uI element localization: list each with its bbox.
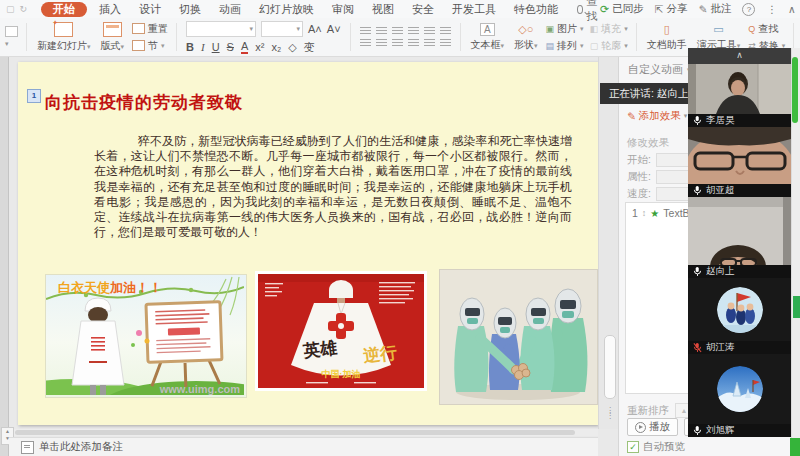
subscript-button[interactable]: x₂ — [271, 41, 281, 53]
tab-features[interactable]: 特色功能 — [505, 0, 567, 18]
align-text-icon[interactable] — [440, 39, 451, 47]
ribbon-toolbar: ▾ ✦ 新建幻灯片▾ 版式▾ 重置 节▾ ▾ ▾ A˄ — [0, 18, 800, 57]
video-tile-1[interactable] — [688, 64, 791, 114]
reset-icon — [132, 23, 145, 34]
edge-widget-tab[interactable] — [793, 296, 800, 318]
superscript-button[interactable]: x² — [255, 41, 264, 53]
undo-icon[interactable]: ↻ — [20, 4, 28, 14]
share-button[interactable]: ⇱ 分享 — [655, 2, 688, 16]
mouse-trigger-icon: ↕ — [642, 208, 647, 218]
new-slide-icon: ✦ — [54, 22, 73, 37]
tab-animation[interactable]: 动画 — [210, 0, 250, 18]
poster-hero-retrograde[interactable]: 英雄 逆行 中国·加油 — [255, 271, 427, 391]
meeting-scroll-indicator[interactable] — [792, 57, 798, 123]
sync-icon: ⟳ — [600, 3, 609, 16]
outline-button[interactable]: ▢ 轮廓▾ — [590, 39, 628, 53]
doc-assistant-icon: ▯ — [664, 23, 670, 36]
underline-button[interactable]: U — [212, 41, 220, 53]
tab-security[interactable]: 安全 — [403, 0, 443, 18]
participant-label-1: 李居昊 — [688, 114, 791, 127]
comment-icon: ✎ — [699, 3, 708, 15]
participant2-video — [688, 127, 791, 184]
tab-slideshow[interactable]: 幻灯片放映 — [250, 0, 323, 18]
poster-angel-in-white[interactable]: 白衣天使加油！！ www.uimg.com — [45, 274, 247, 398]
paste-button[interactable]: ▾ — [5, 26, 18, 48]
tab-home[interactable]: 开始 — [41, 2, 87, 17]
clear-format-button[interactable]: ◇ — [288, 41, 296, 53]
increase-font-button[interactable]: A˄ — [308, 23, 322, 35]
bold-button[interactable]: B — [186, 41, 194, 53]
poster2-subtitle: 中国·加油 — [322, 369, 361, 379]
italic-button[interactable]: I — [201, 41, 205, 53]
present-tools-icon: ▭ — [713, 23, 723, 36]
help-icon[interactable]: ? — [742, 3, 755, 16]
doc-assistant-button[interactable]: ▯ 文档助手 — [642, 23, 692, 52]
vertical-scrollbar-track[interactable]: ⋮⋮ — [598, 56, 619, 429]
collapse-videos-button[interactable]: ∧ — [688, 48, 791, 64]
bullets-icon[interactable] — [360, 27, 371, 35]
sync-status[interactable]: ⟳ 已同步 — [600, 2, 644, 16]
indent-increase-icon[interactable] — [408, 27, 419, 35]
horizontal-scrollbar-track[interactable] — [12, 429, 598, 436]
decrease-font-button[interactable]: A˅ — [327, 23, 341, 35]
more-icon[interactable]: ⋮ — [766, 3, 777, 15]
slide-canvas[interactable]: 1 向抗击疫情的劳动者致敬 猝不及防，新型冠状病毒已经威胁到了人们的生活和健康，… — [18, 62, 598, 425]
numbering-icon[interactable] — [376, 27, 387, 35]
align-left-icon[interactable] — [360, 39, 371, 47]
notes-icon — [21, 441, 34, 454]
animation-panel-title[interactable]: 自定义动画▾ — [628, 62, 691, 77]
mic-icon — [693, 266, 702, 277]
slide-thumbnail-panel-collapsed[interactable] — [0, 56, 9, 456]
change-case-button[interactable]: 变 — [304, 41, 315, 53]
auto-preview-checkbox[interactable]: ✓ — [627, 441, 639, 453]
poster-medical-team[interactable] — [439, 269, 598, 405]
participant-label-2: 胡亚超 — [688, 184, 791, 197]
layout-button[interactable]: 版式▾ — [96, 22, 130, 53]
video-tile-4[interactable] — [688, 278, 791, 341]
find-button[interactable]: Q 查找 — [748, 22, 785, 36]
columns-icon[interactable] — [424, 39, 435, 47]
tab-view[interactable]: 视图 — [363, 0, 403, 18]
reset-button[interactable]: 重置 — [132, 22, 168, 36]
horizontal-scrollbar-thumb[interactable] — [15, 430, 575, 435]
add-effect-button[interactable]: ✎ 添加效果▾ — [627, 109, 687, 123]
play-button[interactable]: 播放 — [627, 418, 678, 436]
menu-find[interactable]: 查找 — [577, 0, 600, 24]
section-button[interactable]: 节▾ — [132, 39, 168, 53]
vertical-scrollbar-thumb[interactable] — [604, 335, 616, 399]
align-right-icon[interactable] — [392, 39, 403, 47]
arrange-button[interactable]: ▤ 排列▾ — [546, 39, 584, 53]
tab-review[interactable]: 审阅 — [323, 0, 363, 18]
save-icon[interactable]: ▢ — [6, 4, 15, 14]
mic-icon — [693, 115, 702, 126]
tab-insert[interactable]: 插入 — [90, 0, 130, 18]
pane-resize-handle[interactable]: ⋮⋮ — [606, 408, 614, 418]
collapse-ribbon-icon[interactable]: ∧ — [788, 3, 796, 15]
video-tile-3[interactable] — [688, 197, 791, 265]
font-color-button[interactable]: A — [241, 40, 248, 54]
tab-design[interactable]: 设计 — [130, 0, 170, 18]
video-tile-5[interactable] — [688, 354, 791, 424]
participant3-video — [688, 197, 791, 265]
comment-button[interactable]: ✎ 批注 — [699, 2, 732, 16]
notes-bar[interactable]: 单击此处添加备注 — [9, 437, 598, 456]
poster1-title: 白衣天使加油！！ — [58, 279, 162, 297]
slide-title[interactable]: 向抗击疫情的劳动者致敬 — [45, 91, 243, 114]
indent-decrease-icon[interactable] — [392, 27, 403, 35]
tab-developer[interactable]: 开发工具 — [443, 0, 505, 18]
text-box-button[interactable]: A 文本框▾ — [466, 23, 510, 52]
strikethrough-button[interactable]: S — [227, 41, 234, 53]
tab-transition[interactable]: 切换 — [170, 0, 210, 18]
start-label: 开始: — [627, 153, 651, 167]
align-center-icon[interactable] — [376, 39, 387, 47]
justify-icon[interactable] — [408, 39, 419, 47]
line-spacing-icon[interactable] — [424, 27, 435, 35]
font-family-select[interactable]: ▾ — [186, 21, 256, 37]
slide-body-text[interactable]: 猝不及防，新型冠状病毒已经威胁到了人们的生活和健康，感染率和死亡率快速增长着，这… — [94, 134, 572, 240]
shape-button[interactable]: ◇○ 形状▾ — [509, 23, 543, 52]
video-tile-2[interactable] — [688, 127, 791, 184]
edge-widget-corner[interactable] — [790, 438, 800, 456]
new-slide-button[interactable]: ✦ 新建幻灯片▾ — [32, 22, 96, 53]
font-size-select[interactable]: ▾ — [261, 21, 303, 37]
text-direction-icon[interactable] — [440, 27, 451, 35]
